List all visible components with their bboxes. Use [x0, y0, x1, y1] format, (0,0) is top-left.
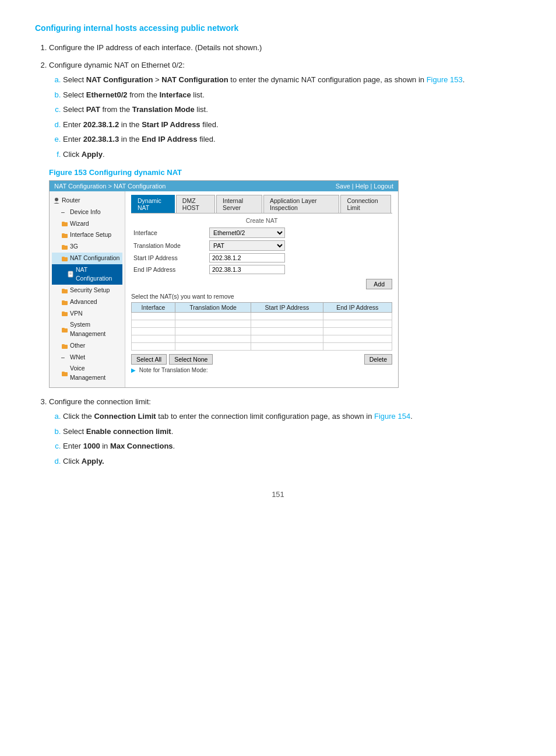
sidebar-item-advanced[interactable]: Advanced [52, 296, 122, 308]
step-2: Configure dynamic NAT on Ethernet 0/2: S… [49, 60, 521, 160]
interface-label: Interface [131, 226, 207, 239]
page-number: 151 [35, 490, 521, 499]
page-icon-nat [67, 271, 74, 278]
start-ip-input[interactable] [209, 253, 285, 262]
folder-icon-other [61, 342, 68, 349]
form-row-end-ip: End IP Address [131, 264, 392, 275]
svg-rect-13 [62, 289, 65, 290]
person-icon [53, 197, 60, 204]
delete-button[interactable]: Delete [364, 354, 392, 365]
tab-connection-limit[interactable]: Connection Limit [340, 195, 391, 213]
step-3b: Select Enable connection limit. [63, 426, 521, 438]
svg-rect-16 [62, 312, 68, 316]
step-2e: Enter 202.38.1.3 in the End IP Address f… [63, 134, 521, 145]
nat-body: Router – Device Info Wizard Interface Se… [50, 191, 398, 387]
col-header-interface: Interface [132, 303, 175, 313]
svg-rect-19 [62, 328, 65, 329]
step-3d: Click Apply. [63, 456, 521, 467]
nat-title-text: NAT Configuration > NAT Configuration [54, 183, 166, 190]
col-header-translation: Translation Mode [175, 303, 251, 313]
step-2b: Select Ethernet0/2 from the Interface li… [63, 89, 521, 101]
step-2a: Select NAT Configuration > NAT Configura… [63, 74, 521, 86]
step-2f: Click Apply. [63, 149, 521, 160]
step-2d: Enter 202.38.1.2 in the Start IP Address… [63, 119, 521, 131]
svg-rect-2 [62, 222, 65, 223]
nat-form: Interface Ethernet0/2 Translation Mode P… [131, 226, 392, 275]
note-arrow-icon: ▶ [131, 367, 136, 373]
sidebar-item-other[interactable]: Other [52, 340, 122, 352]
step-3a: Click the Connection Limit tab to enter … [63, 411, 521, 422]
sidebar-item-security[interactable]: Security Setup [52, 285, 122, 296]
tab-internal-server[interactable]: Internal Server [216, 195, 262, 213]
col-header-end-ip: End IP Address [323, 303, 392, 313]
step-1: Configure the IP address of each interfa… [49, 42, 521, 54]
translation-mode-label: Translation Mode [131, 239, 207, 252]
add-button[interactable]: Add [366, 279, 392, 289]
translation-mode-select[interactable]: PAT [209, 240, 285, 251]
sidebar-item-device-info[interactable]: – Device Info [52, 206, 122, 218]
figure-153-link[interactable]: Figure 153 [427, 75, 463, 84]
figure-153-label: Figure 153 Configuring dynamic NAT [49, 168, 521, 177]
sidebar-item-voice[interactable]: Voice Management [52, 363, 122, 384]
nat-note: ▶ Note for Translation Mode: [131, 367, 392, 373]
select-buttons: Select All Select None [131, 354, 213, 365]
tab-dynamic-nat[interactable]: Dynamic NAT [131, 195, 175, 213]
save-help-logout[interactable]: Save | Help | Logout [336, 183, 393, 190]
remove-nat-label: Select the NAT(s) you want to remove [131, 293, 392, 300]
svg-rect-20 [62, 345, 68, 349]
table-row-empty-4 [132, 335, 392, 343]
tab-app-layer[interactable]: Application Layer Inspection [263, 195, 339, 213]
table-row-empty-1 [132, 313, 392, 320]
sidebar-item-nat-config[interactable]: NAT Configuration [52, 253, 122, 264]
col-header-start-ip: Start IP Address [251, 303, 323, 313]
svg-rect-4 [62, 233, 65, 235]
folder-icon-interface [61, 232, 68, 239]
nat-bottom-row: Select All Select None Delete [131, 354, 392, 365]
folder-icon-wizard [61, 220, 68, 227]
section-heading: Configuring internal hosts accessing pub… [35, 23, 521, 33]
step-3c: Enter 1000 in Max Connections. [63, 440, 521, 452]
svg-rect-17 [62, 312, 65, 313]
nat-entries-table: Interface Translation Mode Start IP Addr… [131, 302, 392, 351]
end-ip-input[interactable] [209, 265, 285, 274]
svg-rect-12 [62, 289, 68, 293]
step-3: Configure the connection limit: Click th… [49, 396, 521, 467]
svg-rect-7 [62, 257, 68, 261]
svg-rect-15 [62, 300, 65, 302]
svg-rect-8 [62, 257, 65, 258]
svg-rect-3 [62, 234, 68, 238]
sidebar-item-nat-config-sub[interactable]: NAT Configuration [52, 264, 122, 285]
table-row-empty-2 [132, 320, 392, 328]
nat-main-content: Dynamic NAT DMZ HOST Internal Server App… [125, 191, 398, 387]
nat-tabs: Dynamic NAT DMZ HOST Internal Server App… [131, 195, 392, 214]
form-row-translation-mode: Translation Mode PAT [131, 239, 392, 252]
svg-rect-6 [62, 245, 65, 246]
interface-select[interactable]: Ethernet0/2 [209, 228, 285, 238]
sidebar-item-wizard[interactable]: Wizard [52, 218, 122, 230]
tab-dmz-host[interactable]: DMZ HOST [176, 195, 215, 213]
sidebar-item-vpn[interactable]: VPN [52, 308, 122, 320]
sidebar-item-wnet[interactable]: – WNet [52, 352, 122, 363]
svg-rect-1 [62, 222, 68, 226]
select-all-button[interactable]: Select All [131, 354, 167, 365]
sidebar-item-3g[interactable]: 3G [52, 241, 122, 253]
end-ip-label: End IP Address [131, 264, 207, 275]
form-row-start-ip: Start IP Address [131, 252, 392, 264]
svg-rect-5 [62, 246, 68, 250]
svg-rect-22 [62, 372, 68, 376]
create-nat-label: Create NAT [131, 217, 392, 224]
folder-icon-security [61, 287, 68, 294]
svg-rect-14 [62, 301, 68, 305]
folder-icon-vpn [61, 310, 68, 317]
folder-icon-voice [61, 370, 68, 377]
select-none-button[interactable]: Select None [169, 354, 213, 365]
sidebar-item-system-mgmt[interactable]: System Management [52, 319, 122, 340]
start-ip-label: Start IP Address [131, 252, 207, 264]
svg-rect-21 [62, 344, 65, 345]
svg-rect-23 [62, 372, 65, 373]
figure-154-link[interactable]: Figure 154 [374, 412, 410, 421]
sidebar-item-router[interactable]: Router [52, 195, 122, 206]
nat-title-bar: NAT Configuration > NAT Configuration Sa… [50, 181, 398, 191]
sidebar-item-interface-setup[interactable]: Interface Setup [52, 229, 122, 241]
table-row-empty-3 [132, 328, 392, 335]
